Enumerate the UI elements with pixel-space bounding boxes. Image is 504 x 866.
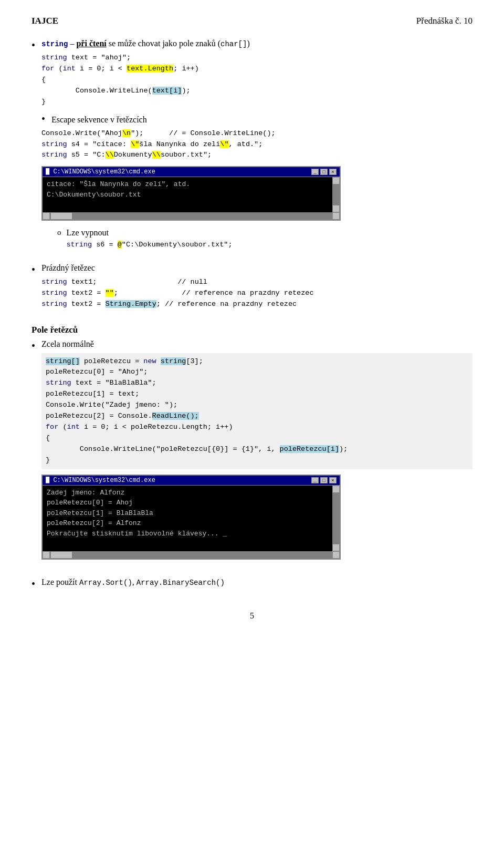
escape-section: • Escape sekvence v řetězcích — [41, 113, 472, 125]
sub-o-sym: o — [57, 228, 61, 237]
cmd-empty-1 — [47, 200, 328, 210]
pole-line-3: string text = "BlaBlaBla"; — [46, 378, 468, 389]
pri-cteni: při čtení — [76, 39, 106, 48]
code-line-1: string text = "ahoj"; — [41, 53, 472, 64]
lze-vypnout-content: Lze vypnout string s6 = @"C:\Dokumenty\s… — [67, 228, 233, 256]
cmd-hthumb-2 — [51, 552, 72, 558]
cmd-window-1: █ C:\WINDOWS\system32\cmd.exe _ □ × cita… — [41, 166, 341, 221]
zcela-normalne-label: Zcela normálně — [41, 339, 94, 348]
comma-sep: , — [132, 578, 136, 586]
escape-line-2: string s4 = "citace: \"šla Nanynka do ze… — [41, 139, 472, 150]
bullet-dot-3: • — [32, 340, 35, 352]
cmd-empty-2 — [47, 539, 328, 549]
code-block-s6: string s6 = @"C:\Dokumenty\soubor.txt"; — [67, 240, 233, 251]
cmd-line-2-4: poleRetezcu[2] = Alfonz — [47, 518, 328, 529]
bullet-content-3: Zcela normálně string[] poleRetezcu = ne… — [41, 339, 472, 567]
cmd-hscroll-2: ◄ ► — [43, 551, 340, 559]
cmd-body-2: Zadej jmeno: Alfonz poleRetezcu[0] = Aho… — [43, 486, 332, 551]
cmd-line-2-1: Zadej jmeno: Alfonz — [47, 488, 328, 498]
cmd-scroll-left-2[interactable]: ◄ — [43, 551, 50, 559]
pole-line-2: poleRetezcu[0] = "Ahoj"; — [46, 367, 468, 378]
pole-line-10: } — [46, 455, 468, 466]
code-block-escape: Console.Write("Ahoj\n"); // = Console.Wr… — [41, 128, 472, 161]
cmd-close-2[interactable]: × — [329, 477, 337, 483]
cmd-body-area-2: Zadej jmeno: Alfonz poleRetezcu[0] = Aho… — [43, 486, 340, 551]
cmd-close-1[interactable]: × — [329, 169, 337, 175]
cmd-minimize-2[interactable]: _ — [311, 477, 319, 483]
prazdny-line-2: string text2 = ""; // reference na prazd… — [41, 288, 472, 299]
escape-title: Escape sekvence v řetězcích — [51, 115, 147, 124]
cmd-body-1: citace: "Šla Nanynka do zelí", atd. C:\D… — [43, 177, 332, 212]
bullet-lze-pouzit: • Lze použít Array.Sort(), Array.BinaryS… — [32, 578, 472, 590]
code-line-2: for (int i = 0; i < text.Length; i++) — [41, 64, 472, 75]
cmd-line-2-3: poleRetezcu[1] = BlaBlaBla — [47, 508, 328, 519]
pole-line-7: for (int i = 0; i < poleRetezcu.Length; … — [46, 422, 468, 433]
bullet-zcela: • Zcela normálně string[] poleRetezcu = … — [32, 339, 472, 567]
cmd-body-area-1: citace: "Šla Nanynka do zelí", atd. C:\D… — [43, 177, 340, 212]
cmd-scroll-up-1[interactable]: ▲ — [332, 177, 340, 184]
code-block-1: string text = "ahoj"; for (int i = 0; i … — [41, 53, 472, 108]
cmd-maximize-1[interactable]: □ — [320, 169, 328, 175]
lze-pouzit-text: Lze použít — [41, 578, 79, 586]
escape-line-3: string s5 = "C:\\Dokumenty\\soubor.txt"; — [41, 150, 472, 161]
header-left: IAJCE — [32, 16, 58, 26]
prazdny-title: Prázdný řetězec — [41, 263, 95, 272]
pole-line-1: string[] poleRetezcu = new string[3]; — [46, 356, 468, 367]
cmd-buttons-2: _ □ × — [311, 477, 337, 483]
code-line-3: { — [41, 75, 472, 86]
lze-vypnout-label: Lze vypnout — [67, 228, 109, 237]
bullet-dot-4: • — [32, 578, 35, 590]
cmd-minimize-1[interactable]: _ — [311, 169, 319, 175]
code-line-4: Console.WriteLine(text[i]); — [41, 86, 472, 97]
cmd-titlebar-2: █ C:\WINDOWS\system32\cmd.exe _ □ × — [43, 476, 340, 486]
page-number: 5 — [32, 611, 472, 621]
cmd-buttons-1: _ □ × — [311, 169, 337, 175]
cmd-scroll-left-1[interactable]: ◄ — [43, 212, 50, 220]
cmd-htrack-1 — [50, 212, 332, 220]
prazdny-line-1: string text1; // null — [41, 277, 472, 288]
bullet-dot-2: • — [32, 264, 35, 276]
cmd-title-2-text: █ C:\WINDOWS\system32\cmd.exe — [46, 477, 155, 484]
pole-line-4: poleRetezcu[1] = text; — [46, 389, 468, 400]
cmd-hscroll-1: ◄ ► — [43, 212, 340, 220]
cmd-scroll-down-2[interactable]: ▼ — [332, 544, 340, 551]
cmd-titlebar-1: █ C:\WINDOWS\system32\cmd.exe _ □ × — [43, 167, 340, 177]
cmd-line-2-2: poleRetezcu[0] = Ahoj — [47, 498, 328, 508]
cmd-scroll-right-1[interactable]: ► — [332, 212, 340, 220]
prazdny-line-3: string text2 = String.Empty; // referenc… — [41, 299, 472, 310]
se-muze-text: se může chovat jako pole znaků ( — [107, 39, 220, 48]
cmd-scroll-right-2[interactable]: ► — [332, 551, 340, 559]
bullet-content-4: Lze použít Array.Sort(), Array.BinarySea… — [41, 578, 472, 587]
page-header: IAJCE Přednáška č. 10 — [32, 16, 472, 26]
cmd-scrollbar-1: ▲ ▼ — [332, 177, 340, 212]
dash-text: – — [68, 39, 76, 48]
cmd-scroll-down-1[interactable]: ▼ — [332, 205, 340, 212]
array-binary-code: Array.BinarySearch() — [136, 579, 225, 587]
pole-line-6: poleRetezcu[2] = Console.ReadLine(); — [46, 411, 468, 422]
pole-line-9: Console.WriteLine("poleRetezcu[{0}] = {1… — [46, 444, 468, 455]
cmd-title-1-text: █ C:\WINDOWS\system32\cmd.exe — [46, 168, 155, 176]
code-block-prazdny: string text1; // null string text2 = "";… — [41, 277, 472, 310]
cmd-line-2-5: Pokračujte stisknutím libovolné klávesy.… — [47, 529, 328, 539]
code-line-5: } — [41, 97, 472, 108]
char-arr-code: char[] — [220, 40, 247, 48]
cmd-line-1-2: C:\Dokumenty\soubor.txt — [47, 190, 328, 200]
pole-line-8: { — [46, 433, 468, 444]
escape-line-1: Console.Write("Ahoj\n"); // = Console.Wr… — [41, 128, 472, 139]
header-right: Přednáška č. 10 — [416, 16, 472, 26]
code-block-pole: string[] poleRetezcu = new string[3]; po… — [41, 353, 472, 469]
pole-retezcu-title: Pole řetězců — [32, 325, 472, 335]
cmd-window-2: █ C:\WINDOWS\system32\cmd.exe _ □ × Zade… — [41, 475, 341, 560]
cmd-line-1-1: citace: "Šla Nanynka do zelí", atd. — [47, 179, 328, 190]
bullet-prazdny: • Prázdný řetězec string text1; // null … — [32, 263, 472, 315]
bullet-dot-1: • — [32, 39, 35, 51]
array-sort-code: Array.Sort() — [79, 579, 132, 587]
cmd-scroll-up-2[interactable]: ▲ — [332, 486, 340, 493]
bullet-dot-escape: • — [41, 113, 45, 125]
cmd-maximize-2[interactable]: □ — [320, 477, 328, 483]
cmd-scrollbar-2: ▲ ▼ — [332, 486, 340, 551]
cmd-hthumb-1 — [51, 213, 72, 219]
bullet-string-reading: • string – při čtení se může chovat jako… — [32, 39, 472, 258]
bullet-content-1: string – při čtení se může chovat jako p… — [41, 39, 472, 258]
close-paren: ) — [247, 39, 249, 48]
